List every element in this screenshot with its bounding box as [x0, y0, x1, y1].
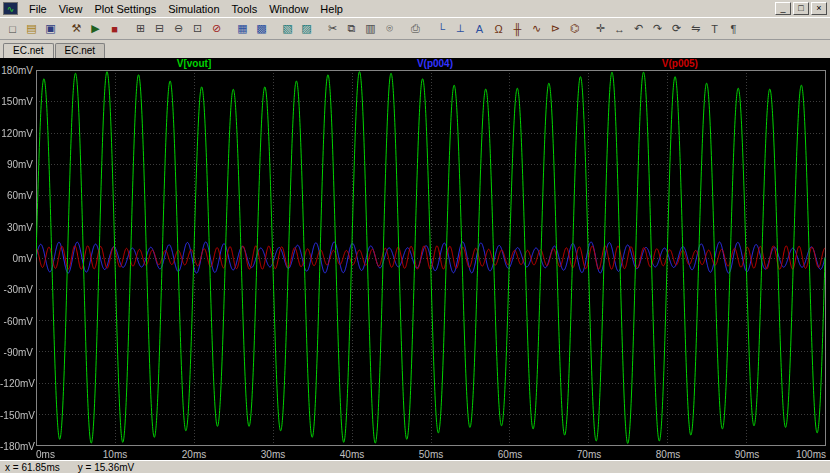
tab-bar: EC.netEC.net	[0, 40, 830, 58]
cursor-y-readout: y = 15.36mV	[78, 462, 134, 473]
y-tick-label: -60mV	[0, 316, 33, 327]
x-tick-label: 90ms	[735, 449, 759, 460]
menu-help[interactable]: Help	[314, 2, 349, 16]
y-tick-label: 90mV	[0, 159, 33, 170]
print-icon[interactable]: ⎙	[406, 20, 425, 38]
x-tick-label: 100ms	[796, 449, 826, 460]
copy-icon[interactable]: ⧉	[342, 20, 361, 38]
drag-icon[interactable]: ↔	[610, 20, 629, 38]
color-preferences-icon[interactable]: ▨	[297, 20, 316, 38]
trace-label-2: V(p005)	[662, 58, 698, 69]
redo-icon[interactable]: ↷	[648, 20, 667, 38]
restore-button[interactable]: □	[793, 2, 809, 15]
y-tick-label: 60mV	[0, 190, 33, 201]
menu-view[interactable]: View	[53, 2, 89, 16]
mark-data-points-icon[interactable]: ▩	[252, 20, 271, 38]
x-tick-label: 60ms	[498, 449, 522, 460]
find-icon[interactable]: ⌾	[380, 20, 399, 38]
status-bar: x = 61.85ms y = 15.36mV	[0, 460, 830, 473]
x-tick-label: 0ms	[36, 449, 55, 460]
zoom-full-extents-icon[interactable]: ⊡	[188, 20, 207, 38]
grid-icon[interactable]: ▦	[233, 20, 252, 38]
zoom-out-icon[interactable]: ⊖	[169, 20, 188, 38]
cursor-x-readout: x = 61.85ms	[5, 462, 60, 473]
toolbar: □▤▣⚒▶■⊞⊟⊖⊡⊘▦▩▧▨✂⧉▥⌾⎙└⟂AΩ╫∿⊳⌬✛↔↶↷⟳⇋T¶	[0, 17, 830, 40]
y-tick-label: 30mV	[0, 222, 33, 233]
ground-icon[interactable]: ⟂	[451, 20, 470, 38]
run-icon[interactable]: ▶	[86, 20, 105, 38]
new-plot-icon[interactable]: □	[3, 20, 22, 38]
save-icon[interactable]: ▣	[41, 20, 60, 38]
x-tick-label: 50ms	[419, 449, 443, 460]
trace-labels: V[vout]V(p004)V(p005)	[36, 58, 826, 70]
menu-plot-settings[interactable]: Plot Settings	[88, 2, 162, 16]
trace-label-0: V[vout]	[177, 58, 211, 69]
x-tick-label: 20ms	[182, 449, 206, 460]
x-tick-label: 30ms	[261, 449, 285, 460]
paste-icon[interactable]: ▥	[361, 20, 380, 38]
trace-label-1: V(p004)	[417, 58, 453, 69]
halt-zoom-icon[interactable]: ⊘	[207, 20, 226, 38]
plot-window-icon[interactable]: ∿	[3, 2, 18, 15]
mirror-icon[interactable]: ⇋	[686, 20, 705, 38]
x-tick-label: 80ms	[656, 449, 680, 460]
close-button[interactable]: ×	[811, 2, 827, 15]
net-label-icon[interactable]: A	[470, 20, 489, 38]
halt-icon[interactable]: ■	[105, 20, 124, 38]
x-tick-label: 70ms	[577, 449, 601, 460]
inductor-icon[interactable]: ∿	[527, 20, 546, 38]
plot-canvas[interactable]	[36, 70, 826, 446]
y-tick-label: -150mV	[0, 410, 33, 421]
y-tick-label: -120mV	[0, 378, 33, 389]
y-tick-label: -30mV	[0, 284, 33, 295]
plot-pane: V[vout]V(p004)V(p005) 180mV150mV120mV90m…	[0, 58, 830, 460]
minimize-button[interactable]: _	[775, 2, 791, 15]
menu-simulation[interactable]: Simulation	[162, 2, 225, 16]
menu-window[interactable]: Window	[263, 2, 314, 16]
open-icon[interactable]: ▤	[22, 20, 41, 38]
wire-icon[interactable]: └	[432, 20, 451, 38]
tab-EC.net-0[interactable]: EC.net	[3, 43, 54, 58]
y-tick-label: 0mV	[0, 253, 33, 264]
zoom-back-icon[interactable]: ⊟	[150, 20, 169, 38]
menu-items: FileViewPlot SettingsSimulationToolsWind…	[23, 2, 349, 16]
y-tick-label: -90mV	[0, 347, 33, 358]
y-tick-label: 150mV	[0, 96, 33, 107]
window-controls: _□×	[775, 2, 827, 15]
menu-file[interactable]: File	[23, 2, 53, 16]
diode-icon[interactable]: ⊳	[546, 20, 565, 38]
tab-EC.net-1[interactable]: EC.net	[55, 43, 106, 58]
y-tick-label: 180mV	[0, 65, 33, 76]
menu-tools[interactable]: Tools	[226, 2, 264, 16]
cut-icon[interactable]: ✂	[323, 20, 342, 38]
component-icon[interactable]: ⌬	[565, 20, 584, 38]
zoom-area-icon[interactable]: ⊞	[131, 20, 150, 38]
undo-icon[interactable]: ↶	[629, 20, 648, 38]
rotate-icon[interactable]: ⟳	[667, 20, 686, 38]
text-icon[interactable]: T	[705, 20, 724, 38]
resistor-icon[interactable]: Ω	[489, 20, 508, 38]
x-tick-label: 10ms	[103, 449, 127, 460]
x-tick-label: 40ms	[340, 449, 364, 460]
control-panel-icon[interactable]: ⚒	[67, 20, 86, 38]
move-icon[interactable]: ✛	[591, 20, 610, 38]
spice-directive-icon[interactable]: ¶	[724, 20, 743, 38]
y-tick-label: 120mV	[0, 128, 33, 139]
menu-bar: ∿ FileViewPlot SettingsSimulationToolsWi…	[0, 0, 830, 17]
y-tick-label: -180mV	[0, 441, 33, 452]
copy-bitmap-icon[interactable]: ▧	[278, 20, 297, 38]
capacitor-icon[interactable]: ╫	[508, 20, 527, 38]
